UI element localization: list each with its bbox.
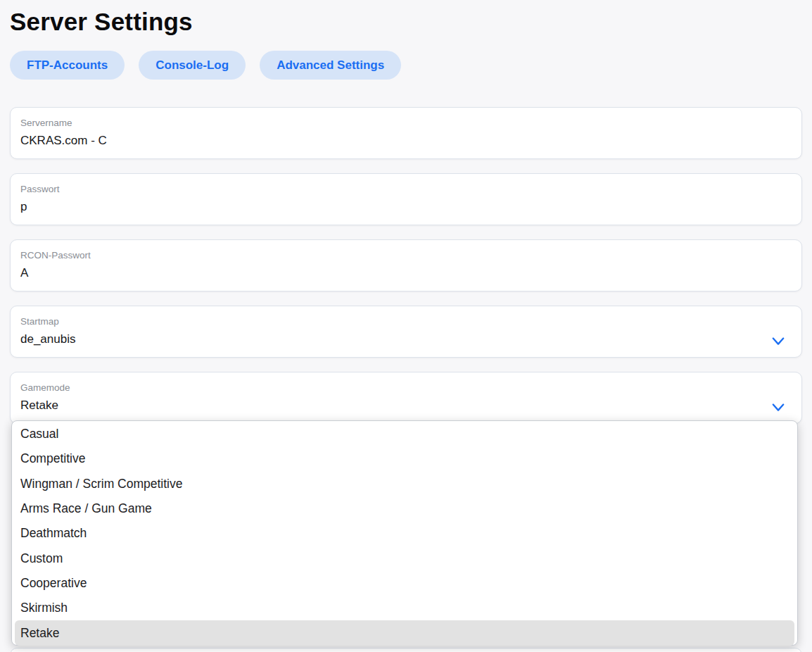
gamemode-label: Gamemode [20,382,792,393]
gamemode-value[interactable]: Retake [20,398,792,413]
tab-bar: FTP-Accounts Console-Log Advanced Settin… [10,51,802,80]
passwort-field[interactable]: Passwort p [10,173,802,225]
option-casual[interactable]: Casual [12,422,797,446]
option-wingman-scrim-competitive[interactable]: Wingman / Scrim Competitive [12,472,797,496]
page-title: Server Settings [10,8,802,36]
rcon-passwort-input[interactable]: A [20,265,792,280]
tab-advanced-settings[interactable]: Advanced Settings [260,51,401,80]
rcon-passwort-field[interactable]: RCON-Passwort A [10,239,802,291]
option-custom[interactable]: Custom [12,546,797,570]
passwort-label: Passwort [20,184,792,194]
startmap-value[interactable]: de_anubis [20,332,792,346]
option-competitive[interactable]: Competitive [12,446,797,471]
gamemode-dropdown: Casual Competitive Wingman / Scrim Compe… [11,420,798,646]
gamemode-select[interactable]: Gamemode Retake [10,372,802,424]
startmap-label: Startmap [20,316,792,327]
next-field-card-partial [10,648,802,652]
chevron-down-icon[interactable] [770,401,786,414]
startmap-select[interactable]: Startmap de_anubis [10,306,802,358]
servername-input[interactable]: CKRAS.com - C [20,133,792,148]
servername-label: Servername [20,118,792,128]
option-arms-race-gun-game[interactable]: Arms Race / Gun Game [12,496,797,521]
settings-page: Server Settings FTP-Accounts Console-Log… [10,0,802,424]
passwort-input[interactable]: p [20,199,792,214]
option-cooperative[interactable]: Cooperative [12,571,797,596]
rcon-passwort-label: RCON-Passwort [20,250,792,261]
tab-console-log[interactable]: Console-Log [139,51,246,80]
servername-field[interactable]: Servername CKRAS.com - C [10,107,802,159]
option-retake[interactable]: Retake [15,620,794,645]
option-deathmatch[interactable]: Deathmatch [12,521,797,546]
chevron-down-icon[interactable] [770,335,786,348]
tab-ftp-accounts[interactable]: FTP-Accounts [10,51,125,80]
option-skirmish[interactable]: Skirmish [12,596,797,620]
